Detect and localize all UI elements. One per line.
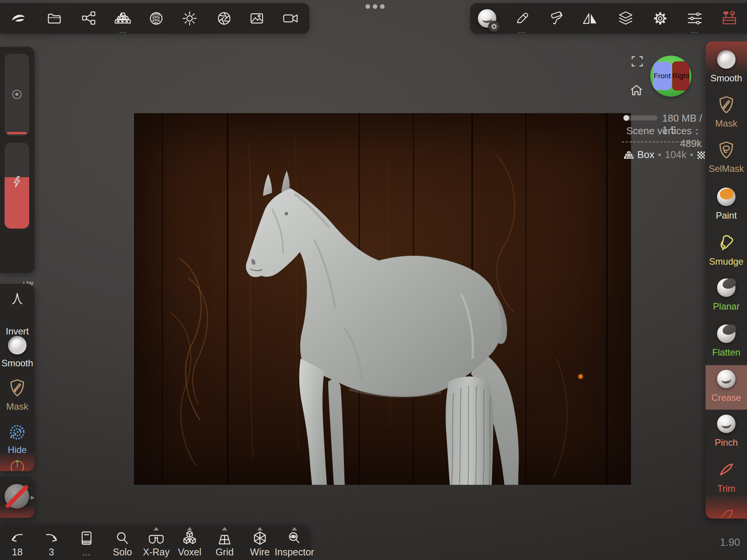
xray-label: X-Ray [143,547,169,558]
object-name: Box [637,149,654,161]
settings-button[interactable] [647,3,674,34]
planar-brush-icon [717,278,735,297]
undo-button[interactable]: 18 [3,526,32,560]
brush-crease[interactable]: Crease [706,366,747,411]
intensity-slider[interactable] [5,143,29,229]
top-left-toolbar: ... [0,3,309,34]
camera-button[interactable] [277,3,304,34]
voxel-expand-arrow-icon[interactable] [187,527,192,530]
trim-brush-icon [717,461,735,479]
inspector-expand-arrow-icon[interactable] [292,527,297,530]
hide-button[interactable] [8,423,27,442]
material-panel-fade [0,505,35,518]
wire-button[interactable]: Wire [245,526,274,560]
object-vertex-count: 104k [665,149,686,161]
material-button[interactable] [143,3,170,34]
grid-expand-arrow-icon[interactable] [222,527,227,530]
brush-label: Smudge [709,256,743,267]
brush-planar[interactable]: Planar [706,275,747,320]
parameters-button[interactable]: ... [681,3,708,34]
stroke-pencil-button[interactable]: ... [508,3,535,34]
notes-button[interactable]: ... [72,526,101,560]
window-handle-icon[interactable] [365,4,385,9]
brush-mask[interactable]: Mask [706,92,747,137]
home-view-button[interactable] [630,84,643,96]
scene-vertices-value: 489k [680,138,702,149]
object-visibility-checker-icon[interactable] [697,151,705,159]
viewport-render [134,113,631,485]
lighting-button[interactable] [176,3,203,34]
brush-selmask[interactable]: SelMask [706,137,747,182]
sculpt-viewport[interactable] [134,113,631,485]
brush-label: Mask [715,118,737,129]
selmask-brush-icon [717,140,735,160]
brush-label: Smooth [711,73,742,84]
brush-label: Flatten [712,347,740,358]
scene-graph-button[interactable] [75,3,102,34]
xray-expand-arrow-icon[interactable] [154,527,159,530]
voxel-label: Voxel [178,547,201,558]
nomad-sculpt-app: ... [0,0,747,560]
voxel-button[interactable]: Voxel [175,526,204,560]
topology-more: ... [119,28,127,33]
orientation-gizmo[interactable]: Front Right [650,56,691,97]
fullscreen-button[interactable] [631,56,643,67]
invert-button[interactable] [9,291,26,308]
debug-toolbox-button[interactable] [716,3,743,34]
radius-slider-fill [7,132,27,134]
inspector-button[interactable]: Inspector [280,526,309,560]
brush-paint[interactable]: Paint [706,184,747,229]
brush-label: Pinch [715,437,738,448]
brush-label: Planar [713,301,739,312]
gizmo-front-face[interactable]: Front [653,62,671,90]
inspector-label: Inspector [275,547,314,558]
redo-button[interactable]: 3 [37,526,66,560]
postprocess-button[interactable] [211,3,238,34]
pinch-brush-icon [717,415,735,433]
symmetry-button[interactable] [577,3,603,34]
files-button[interactable] [41,3,68,34]
pencil-more: ... [518,28,526,33]
stats-divider [622,142,701,142]
nomad-logo-button[interactable] [5,3,32,34]
solo-button[interactable]: Solo [108,526,137,560]
brush-smooth[interactable]: Smooth [706,47,747,92]
active-brush-button[interactable] [474,3,501,34]
modifier-panel: Invert Smooth Mask Hide [0,284,35,471]
parameters-more: ... [691,28,699,33]
xray-button[interactable]: X-Ray [142,526,171,560]
top-right-toolbar: ... [470,3,747,34]
bullet: • [658,149,661,161]
wire-expand-arrow-icon[interactable] [257,527,263,530]
wire-label: Wire [250,547,269,558]
background-image-button[interactable] [243,3,270,34]
horse-near-front-leg [299,359,330,485]
radius-slider[interactable] [5,54,29,136]
paint-roller-button[interactable] [544,3,570,34]
brush-label: Paint [716,210,737,221]
invert-label: Invert [0,326,35,337]
crease-brush-icon [717,370,735,388]
brush-flatten[interactable]: Flatten [706,321,747,366]
smudge-brush-icon [717,234,735,252]
material-expand-chevron[interactable]: ▸ [31,492,35,502]
layers-button[interactable] [612,3,639,34]
brush-smudge[interactable]: Smudge [706,230,747,275]
object-topology-icon [624,151,634,159]
zoom-level: 1.90 [720,537,740,548]
bullet: • [690,149,693,161]
smooth-button[interactable] [8,336,26,354]
mask-button[interactable] [8,378,26,397]
grid-label: Grid [215,547,233,558]
object-row[interactable]: Box • 104k • [624,149,705,161]
topology-button[interactable]: ... [109,3,136,34]
mask-button-icon [8,378,26,397]
brush-label: Crease [711,392,741,403]
brush-pinch[interactable]: Pinch [706,411,747,456]
brush-panel-bottom-fade [706,494,747,519]
grid-button[interactable]: Grid [210,526,239,560]
gizmo-right-face[interactable]: Right [672,61,689,91]
scene-vertices-label: Scene vertices： [626,125,702,137]
stroke-cursor-dot [578,374,583,379]
brush-settings-badge[interactable] [488,21,500,32]
